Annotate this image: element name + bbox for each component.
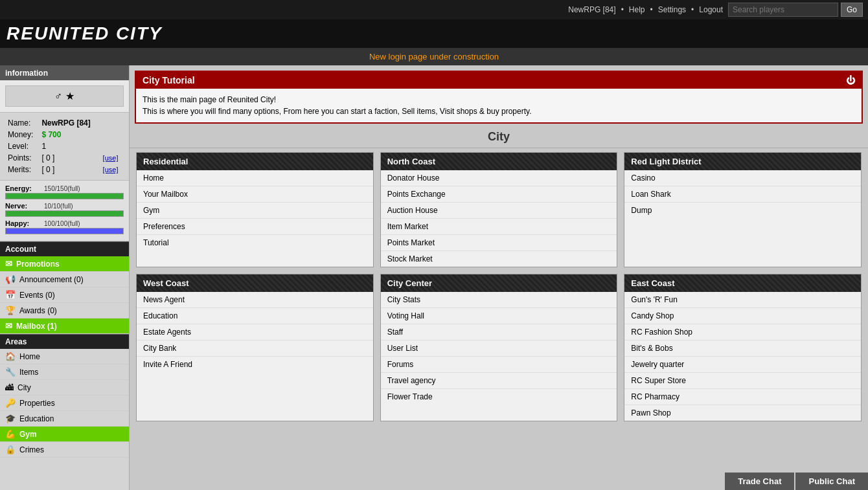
link-user-list[interactable]: User List: [381, 340, 617, 357]
areas-section-header: Areas: [0, 334, 129, 349]
link-home[interactable]: Home: [137, 170, 373, 186]
link-education[interactable]: Education: [137, 308, 373, 324]
mailbox-label: Mailbox (1): [16, 322, 57, 331]
avatar-area: ♂ ★: [0, 80, 129, 113]
link-voting-hall[interactable]: Voting Hall: [381, 308, 617, 324]
chat-tabs: Trade Chat Public Chat: [725, 473, 868, 490]
search-button[interactable]: Go: [841, 3, 863, 17]
sidebar-item-home[interactable]: 🏠 Home: [0, 349, 129, 364]
logout-link[interactable]: Logout: [699, 5, 723, 14]
energy-val: 150/150(full): [44, 185, 80, 192]
link-points-exchange[interactable]: Points Exchange: [381, 186, 617, 203]
help-link[interactable]: Help: [629, 5, 645, 14]
link-flower-trade[interactable]: Flower Trade: [381, 389, 617, 405]
power-icon[interactable]: ⏻: [846, 75, 855, 85]
link-stock-market[interactable]: Stock Market: [381, 251, 617, 267]
energy-label: Energy:: [5, 184, 41, 192]
username-label: NewRPG [84]: [568, 5, 615, 14]
link-city-bank[interactable]: City Bank: [137, 340, 373, 357]
district-north-coast-header: North Coast: [381, 153, 617, 170]
city-icon: 🏙: [5, 383, 14, 392]
points-value: [ 0 ]: [40, 153, 100, 163]
sidebar-item-promotions[interactable]: ✉ Promotions: [0, 256, 129, 272]
trade-chat-tab[interactable]: Trade Chat: [725, 473, 794, 490]
link-item-market[interactable]: Item Market: [381, 219, 617, 235]
nerve-label: Nerve:: [5, 202, 41, 210]
link-news-agent[interactable]: News Agent: [137, 292, 373, 308]
link-auction-house[interactable]: Auction House: [381, 203, 617, 219]
district-west-coast-header: West Coast: [137, 274, 373, 292]
district-city-center: City Center City Stats Voting Hall Staff…: [380, 274, 618, 421]
link-forums[interactable]: Forums: [381, 357, 617, 373]
district-north-coast-links: Donator House Points Exchange Auction Ho…: [381, 170, 617, 267]
sidebar-item-gym[interactable]: 💪 Gym: [0, 427, 129, 442]
sidebar-item-education[interactable]: 🎓 Education: [0, 411, 129, 427]
search-input[interactable]: [728, 3, 838, 17]
tutorial-line1: This is the main page of Reunited City!: [143, 94, 855, 106]
points-use-link[interactable]: [use]: [103, 154, 119, 162]
name-label: Name:: [6, 118, 39, 128]
link-pawn-shop[interactable]: Pawn Shop: [624, 405, 861, 421]
crimes-label: Crimes: [19, 445, 44, 454]
public-chat-tab[interactable]: Public Chat: [795, 473, 868, 490]
district-red-light: Red Light District Casino Loan Shark Dum…: [624, 152, 862, 267]
link-mailbox[interactable]: Your Mailbox: [137, 186, 373, 203]
link-loan-shark[interactable]: Loan Shark: [624, 186, 861, 203]
link-city-stats[interactable]: City Stats: [381, 292, 617, 308]
link-casino[interactable]: Casino: [624, 170, 861, 186]
events-label: Events (0): [19, 291, 55, 300]
link-jewelry-quarter[interactable]: Jewelry quarter: [624, 357, 861, 373]
settings-link[interactable]: Settings: [658, 5, 686, 14]
district-residential: Residential Home Your Mailbox Gym Prefer…: [136, 152, 374, 267]
promotions-icon: ✉: [5, 259, 12, 269]
link-guns-r-fun[interactable]: Gun's 'R' Fun: [624, 292, 861, 308]
district-east-coast: East Coast Gun's 'R' Fun Candy Shop RC F…: [624, 274, 862, 421]
sidebar-item-events[interactable]: 📅 Events (0): [0, 287, 129, 303]
bars-area: Energy: 150/150(full) Nerve: 10/10(full)…: [0, 181, 129, 241]
link-preferences[interactable]: Preferences: [137, 219, 373, 235]
nerve-val: 10/10(full): [44, 203, 73, 210]
link-points-market[interactable]: Points Market: [381, 235, 617, 251]
link-rc-pharmacy[interactable]: RC Pharmacy: [624, 389, 861, 405]
district-east-coast-links: Gun's 'R' Fun Candy Shop RC Fashion Shop…: [624, 292, 861, 421]
energy-track: [5, 193, 124, 199]
name-value: NewRPG [84]: [40, 118, 100, 128]
link-travel-agency[interactable]: Travel agency: [381, 373, 617, 389]
link-dump[interactable]: Dump: [624, 203, 861, 218]
link-gym[interactable]: Gym: [137, 203, 373, 219]
link-invite-friend[interactable]: Invite A Friend: [137, 357, 373, 372]
link-donator-house[interactable]: Donator House: [381, 170, 617, 186]
link-candy-shop[interactable]: Candy Shop: [624, 308, 861, 324]
sidebar-item-mailbox[interactable]: ✉ Mailbox (1): [0, 318, 129, 334]
city-label: City: [17, 383, 31, 392]
announcement-label: Announcement (0): [19, 275, 84, 284]
logo: REUNITED CITY: [6, 23, 163, 44]
sidebar-item-items[interactable]: 🔧 Items: [0, 364, 129, 380]
sidebar-item-awards[interactable]: 🏆 Awards (0): [0, 303, 129, 318]
link-estate-agents[interactable]: Estate Agents: [137, 324, 373, 340]
items-icon: 🔧: [5, 367, 16, 377]
district-city-center-header: City Center: [381, 274, 617, 292]
money-label: Money:: [6, 129, 39, 140]
link-rc-super-store[interactable]: RC Super Store: [624, 373, 861, 389]
sidebar-item-crimes[interactable]: 🔒 Crimes: [0, 442, 129, 458]
link-bits-and-bobs[interactable]: Bit's & Bobs: [624, 340, 861, 357]
tutorial-header: City Tutorial ⏻: [136, 72, 862, 89]
link-tutorial[interactable]: Tutorial: [137, 235, 373, 251]
awards-icon: 🏆: [5, 306, 16, 315]
sidebar-item-announcement[interactable]: 📢 Announcement (0): [0, 272, 129, 287]
link-staff[interactable]: Staff: [381, 324, 617, 340]
tutorial-box: City Tutorial ⏻ This is the main page of…: [135, 71, 863, 124]
gym-icon: 💪: [5, 429, 16, 439]
sidebar-item-properties[interactable]: 🔑 Properties: [0, 395, 129, 411]
link-rc-fashion-shop[interactable]: RC Fashion Shop: [624, 324, 861, 340]
district-red-light-links: Casino Loan Shark Dump: [624, 170, 861, 218]
home-icon: 🏠: [5, 351, 16, 361]
district-west-coast-links: News Agent Education Estate Agents City …: [137, 292, 373, 372]
sidebar-item-city[interactable]: 🏙 City: [0, 380, 129, 395]
sidebar-info-header: information: [0, 65, 129, 80]
level-value: 1: [40, 141, 100, 151]
mailbox-icon: ✉: [5, 321, 12, 331]
merits-use-link[interactable]: [use]: [103, 166, 119, 173]
education-icon: 🎓: [5, 414, 16, 423]
